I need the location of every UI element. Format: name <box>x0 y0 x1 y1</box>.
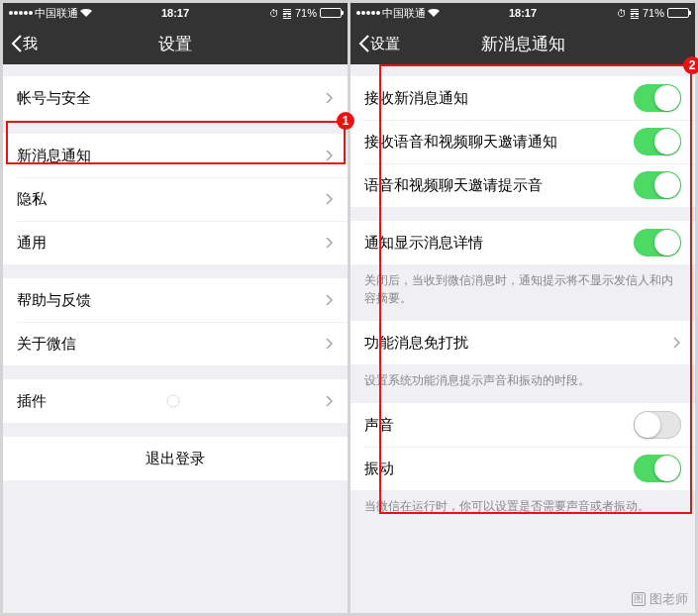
phone-notifications: 中国联通 18:17 ⏱ ䷘ 71% 设置 新消息通知 接收新消息通知 接收语音… <box>350 3 695 613</box>
row-vibrate[interactable]: 振动 <box>350 447 695 490</box>
chevron-right-icon <box>326 395 334 407</box>
row-sound[interactable]: 声音 <box>350 403 695 447</box>
toggle-vibrate[interactable] <box>634 455 681 482</box>
chevron-right-icon <box>326 92 334 104</box>
status-time: 18:17 <box>350 7 695 19</box>
notify-list: 接收新消息通知 接收语音和视频聊天邀请通知 语音和视频聊天邀请提示音 通知显示消… <box>350 64 695 613</box>
watermark-icon: 图 <box>632 592 646 606</box>
status-time: 18:17 <box>3 7 348 19</box>
toggle-receive-new-msg[interactable] <box>634 84 681 112</box>
status-bar: 中国联通 18:17 ⏱ ䷘ 71% <box>350 3 695 23</box>
nav-bar: 设置 新消息通知 <box>350 23 695 64</box>
chevron-right-icon <box>326 237 334 249</box>
status-bar: 中国联通 18:17 ⏱ ䷘ 71% <box>3 3 348 23</box>
logout-button[interactable]: 退出登录 <box>3 437 348 480</box>
row-new-message-notify[interactable]: 新消息通知 <box>3 134 348 177</box>
phone-settings: 中国联通 18:17 ⏱ ䷘ 71% 我 设置 帐号与安全 新消息通知 <box>3 3 348 613</box>
row-receive-voip-invite[interactable]: 接收语音和视频聊天邀请通知 <box>350 120 695 163</box>
chevron-right-icon <box>326 294 334 306</box>
annotation-badge-2: 2 <box>683 56 698 74</box>
toggle-receive-voip-invite[interactable] <box>634 128 681 155</box>
toggle-voip-ringtone[interactable] <box>634 171 681 199</box>
annotation-badge-1: 1 <box>337 112 354 130</box>
chevron-right-icon <box>326 193 334 205</box>
page-title: 设置 <box>3 33 348 55</box>
row-about-wechat[interactable]: 关于微信 <box>3 322 348 365</box>
row-help-feedback[interactable]: 帮助与反馈 <box>3 278 348 322</box>
row-voip-ringtone[interactable]: 语音和视频聊天邀请提示音 <box>350 163 695 207</box>
footer-dnd: 设置系统功能消息提示声音和振动的时段。 <box>350 364 695 389</box>
battery-icon <box>667 8 689 18</box>
plugin-icon <box>166 394 180 408</box>
watermark: 图 图老师 <box>632 590 688 608</box>
battery-icon <box>320 8 342 18</box>
nav-bar: 我 设置 <box>3 23 348 64</box>
settings-list: 帐号与安全 新消息通知 隐私 通用 帮助与反馈 关 <box>3 64 348 613</box>
row-receive-new-msg[interactable]: 接收新消息通知 <box>350 76 695 120</box>
chevron-right-icon <box>326 150 334 161</box>
row-plugins[interactable]: 插件 <box>3 379 348 423</box>
row-general[interactable]: 通用 <box>3 221 348 264</box>
svg-point-0 <box>167 395 179 407</box>
row-account-security[interactable]: 帐号与安全 <box>3 76 348 120</box>
footer-sound-vibrate: 当微信在运行时，你可以设置是否需要声音或者振动。 <box>350 490 695 515</box>
toggle-sound[interactable] <box>634 411 681 439</box>
footer-show-detail: 关闭后，当收到微信消息时，通知提示将不显示发信人和内容摘要。 <box>350 264 695 307</box>
row-show-detail[interactable]: 通知显示消息详情 <box>350 221 695 264</box>
page-title: 新消息通知 <box>350 33 695 55</box>
chevron-right-icon <box>673 337 681 349</box>
row-privacy[interactable]: 隐私 <box>3 177 348 221</box>
toggle-show-detail[interactable] <box>634 229 681 257</box>
row-dnd[interactable]: 功能消息免打扰 <box>350 321 695 364</box>
chevron-right-icon <box>326 338 334 350</box>
